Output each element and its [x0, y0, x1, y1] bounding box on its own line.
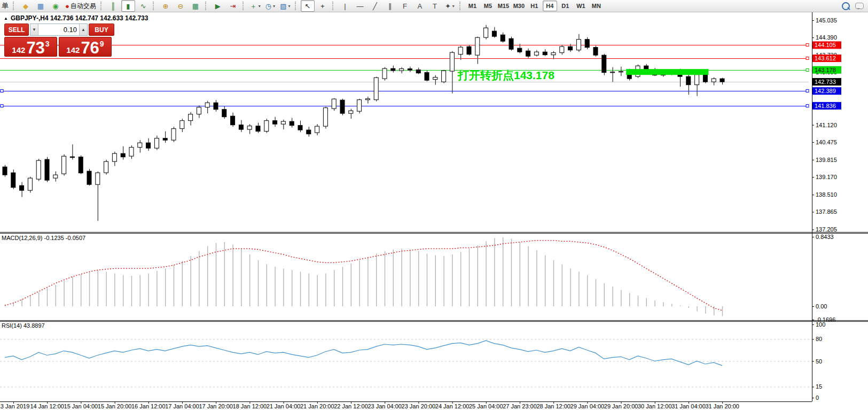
- zoom-out-button[interactable]: ⊖: [174, 0, 187, 12]
- svg-text:23 Jan 20:00: 23 Jan 20:00: [402, 403, 436, 409]
- volume-control: ▼ ▲: [30, 24, 88, 36]
- rsi-pane: 1008050150: [0, 321, 825, 401]
- toolbar-separator: [100, 2, 104, 10]
- signals-icon: ◉: [52, 3, 58, 10]
- autotrading-button[interactable]: ●自动交易: [64, 0, 98, 12]
- volume-increase-button[interactable]: ▲: [79, 24, 87, 35]
- vertical-line-icon: |: [344, 3, 346, 10]
- svg-text:137.205: 137.205: [816, 226, 837, 233]
- timeframe-m1-button[interactable]: M1: [465, 1, 480, 11]
- arrows-button[interactable]: ✦▾: [443, 0, 457, 12]
- toolbar-separator: [243, 2, 246, 10]
- timeframe-mn-button[interactable]: MN: [589, 1, 604, 11]
- svg-text:137.865: 137.865: [816, 208, 837, 215]
- new-order-button[interactable]: ◆: [19, 0, 33, 12]
- svg-text:18 Jan 12:00: 18 Jan 12:00: [233, 403, 267, 409]
- macd-label: MACD(12,26,9) -0.1235 -0.0507: [2, 235, 85, 241]
- channel-button[interactable]: ∥: [383, 0, 397, 12]
- svg-text:28 Jan 12:00: 28 Jan 12:00: [536, 403, 570, 409]
- svg-text:80: 80: [816, 336, 822, 342]
- svg-text:143.178: 143.178: [815, 67, 836, 73]
- periods-button[interactable]: ◷▾: [263, 0, 277, 12]
- timeframe-d1-button[interactable]: D1: [558, 1, 573, 11]
- chevron-down-icon[interactable]: ▾: [288, 4, 291, 9]
- toolbar-separator: [153, 2, 156, 10]
- buy-price-pipette: 9: [100, 40, 104, 48]
- timeframe-m15-button[interactable]: M15: [496, 1, 511, 11]
- svg-text:15 Jan 04:00: 15 Jan 04:00: [64, 403, 98, 409]
- text-label-icon: T: [433, 3, 437, 10]
- vertical-line-button[interactable]: |: [338, 0, 352, 12]
- svg-text:31 Jan 20:00: 31 Jan 20:00: [705, 403, 739, 409]
- crosshair-button[interactable]: +: [316, 0, 330, 12]
- sell-price-pipette: 3: [45, 40, 50, 48]
- chart-shift-button[interactable]: ⇥: [226, 0, 240, 12]
- buy-button[interactable]: BUY: [89, 24, 114, 36]
- svg-text:23 Jan 04:00: 23 Jan 04:00: [367, 403, 402, 409]
- data-window-button[interactable]: ▦: [34, 0, 48, 12]
- templates-button[interactable]: ▧▾: [278, 0, 292, 12]
- line-chart-icon: ∿: [140, 3, 146, 10]
- horizontal-line-button[interactable]: —: [353, 0, 367, 12]
- svg-text:100: 100: [816, 321, 825, 328]
- indicators-icon: ＋: [250, 3, 257, 10]
- data-window-icon: ▦: [37, 3, 44, 10]
- timeframe-h4-button[interactable]: H4: [543, 1, 557, 11]
- timeframe-w1-button[interactable]: W1: [574, 1, 588, 11]
- line-chart-button[interactable]: ∿: [136, 0, 150, 12]
- chart-frame: [0, 12, 868, 402]
- menu-text[interactable]: 单: [2, 1, 9, 11]
- svg-text:14 Jan 12:00: 14 Jan 12:00: [30, 403, 64, 409]
- rsi-line: [5, 341, 722, 366]
- svg-text:27 Jan 23:00: 27 Jan 23:00: [503, 403, 537, 409]
- svg-text:139.170: 139.170: [816, 174, 837, 180]
- chat-icon[interactable]: [855, 3, 864, 9]
- text-button[interactable]: A: [413, 0, 427, 12]
- bar-chart-button[interactable]: ║: [106, 0, 120, 12]
- toolbar-separator: [332, 2, 335, 10]
- fibonacci-button[interactable]: F: [398, 0, 412, 12]
- signals-button[interactable]: ◉: [49, 0, 62, 12]
- toolbar-separator: [459, 2, 463, 10]
- highlight-box[interactable]: [626, 69, 708, 75]
- cursor-button[interactable]: ↖: [301, 0, 315, 12]
- tile-windows-button[interactable]: ▦: [189, 0, 202, 12]
- svg-text:0.8433: 0.8433: [816, 234, 834, 240]
- sell-price-pips: 73: [26, 41, 44, 55]
- svg-text:0: 0: [816, 394, 819, 401]
- autotrading-icon: ●: [65, 3, 69, 10]
- sell-price[interactable]: 142733: [4, 37, 57, 57]
- zoom-in-button[interactable]: ⊕: [159, 0, 173, 12]
- horizontal-line-icon: —: [356, 3, 363, 10]
- auto-scroll-button[interactable]: ▶: [211, 0, 225, 12]
- candlestick-chart-button[interactable]: ▮: [121, 0, 135, 12]
- toolbar-separator: [205, 2, 208, 10]
- timeframe-m5-button[interactable]: M5: [481, 1, 495, 11]
- arrows-icon: ✦: [445, 3, 451, 10]
- buy-price[interactable]: 142769: [59, 37, 112, 57]
- search-icon[interactable]: [842, 2, 850, 10]
- mt4-window: 打开转折点143.178145.035144.390143.730143.085…: [0, 0, 868, 410]
- svg-text:30 Jan 12:00: 30 Jan 12:00: [638, 403, 672, 409]
- trendline-button[interactable]: ╱: [368, 0, 382, 12]
- volume-decrease-button[interactable]: ▼: [30, 24, 38, 35]
- svg-text:143.612: 143.612: [815, 55, 836, 61]
- chart-canvas[interactable]: 打开转折点143.178145.035144.390143.730143.085…: [0, 0, 868, 410]
- chevron-down-icon[interactable]: ▾: [259, 4, 261, 9]
- timeframe-h1-button[interactable]: H1: [527, 1, 542, 11]
- svg-text:21 Jan 20:00: 21 Jan 20:00: [300, 403, 334, 409]
- volume-input[interactable]: [38, 24, 79, 35]
- indicators-button[interactable]: ＋▾: [248, 0, 262, 12]
- chevron-down-icon[interactable]: ▾: [273, 4, 275, 9]
- svg-text:29 Jan 04:00: 29 Jan 04:00: [570, 403, 605, 409]
- price-axis: 145.035144.390143.730143.085141.780141.1…: [812, 17, 837, 233]
- timeframe-m30-button[interactable]: M30: [512, 1, 526, 11]
- text-label-button[interactable]: T: [428, 0, 442, 12]
- rsi-label: RSI(14) 43.8897: [2, 322, 45, 329]
- chart-shift-icon: ⇥: [230, 3, 236, 10]
- sell-button[interactable]: SELL: [4, 24, 29, 36]
- time-axis: 13 Jan 201914 Jan 12:0015 Jan 04:0015 Ja…: [0, 401, 739, 409]
- chevron-down-icon[interactable]: ▾: [452, 4, 455, 9]
- svg-text:139.815: 139.815: [816, 157, 837, 163]
- collapse-icon[interactable]: ▲: [4, 16, 8, 21]
